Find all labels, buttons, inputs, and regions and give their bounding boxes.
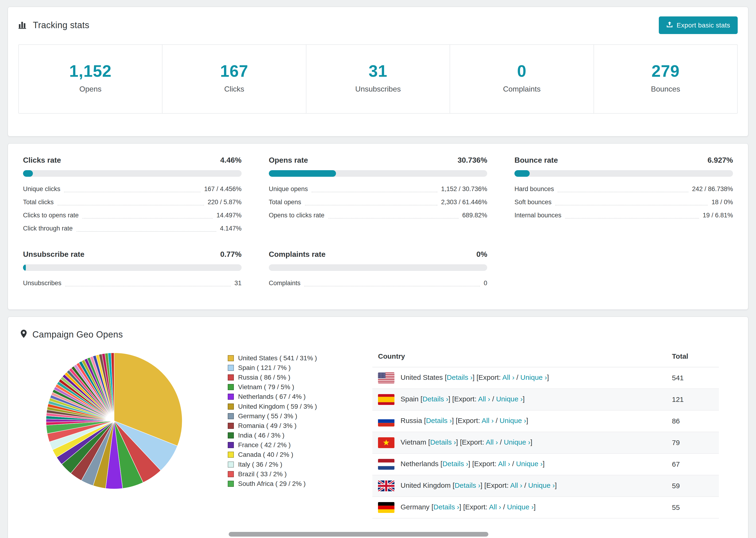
rate-block: Unsubscribe rate 0.77% Unsubscribes 31 xyxy=(23,250,242,290)
rate-metric-row: Unique opens 1,152 / 30.736% xyxy=(269,183,487,195)
bracket-close: ] xyxy=(547,373,549,381)
legend-item: India ( 46 / 3% ) xyxy=(228,431,372,440)
details-link[interactable]: Details › xyxy=(422,395,448,403)
legend-swatch xyxy=(228,374,234,381)
geo-legend: United States ( 541 / 31% ) Spain ( 121 … xyxy=(209,346,372,518)
export-prefix: ] [Export: xyxy=(448,395,478,403)
country-name: Vietnam xyxy=(401,438,428,446)
dotted-leader xyxy=(58,205,204,205)
export-all-link[interactable]: All › xyxy=(503,373,514,381)
geo-title: Campaign Geo Opens xyxy=(32,330,123,340)
dotted-leader xyxy=(65,286,231,286)
rate-value: 0% xyxy=(476,250,487,259)
export-all-link[interactable]: All › xyxy=(510,481,522,489)
rate-progress-fill xyxy=(514,170,529,177)
geo-table-row: United Kingdom [Details ›] [Export: All … xyxy=(372,475,719,497)
legend-swatch xyxy=(228,413,234,419)
export-all-link[interactable]: All › xyxy=(478,395,490,403)
legend-item: Netherlands ( 67 / 4% ) xyxy=(228,392,372,402)
slash-separator: / xyxy=(490,395,496,403)
export-unique-link[interactable]: Unique › xyxy=(516,460,543,467)
export-unique-link[interactable]: Unique › xyxy=(520,373,547,381)
rate-metric-value: 220 / 5.87% xyxy=(208,198,242,206)
legend-swatch xyxy=(228,394,234,400)
rate-metric-value: 167 / 4.456% xyxy=(204,186,242,193)
legend-swatch xyxy=(228,423,234,429)
rate-head: Opens rate 30.736% xyxy=(269,156,487,165)
rate-value: 6.927% xyxy=(707,156,733,165)
legend-item: Brazil ( 33 / 2% ) xyxy=(228,469,372,479)
rate-metric-value: 689.82% xyxy=(462,212,487,219)
country-flag-icon xyxy=(378,459,395,470)
rate-metric-label: Total opens xyxy=(269,198,301,206)
rate-metric-value: 31 xyxy=(235,280,242,287)
total-cell: 59 xyxy=(666,475,719,497)
country-flag-icon xyxy=(378,394,395,405)
rate-block: Complaints rate 0% Complaints 0 xyxy=(269,250,487,290)
geo-table-row: Netherlands [Details ›] [Export: All › /… xyxy=(372,454,719,475)
export-prefix: ] [Export: xyxy=(459,503,489,511)
country-name: United States xyxy=(401,373,445,381)
rate-metric-row: Total opens 2,303 / 61.446% xyxy=(269,195,487,209)
bracket-close: ] xyxy=(530,438,532,446)
geo-table-header-row: Country Total xyxy=(372,346,719,367)
slash-separator: / xyxy=(514,373,520,381)
details-link[interactable]: Details › xyxy=(426,417,452,424)
rate-block: Clicks rate 4.46% Unique clicks 167 / 4.… xyxy=(23,156,242,235)
details-link[interactable]: Details › xyxy=(455,481,480,489)
export-unique-link[interactable]: Unique › xyxy=(528,481,555,489)
legend-label: Germany ( 55 / 3% ) xyxy=(238,412,297,420)
export-basic-stats-button[interactable]: Export basic stats xyxy=(659,17,738,34)
details-link[interactable]: Details › xyxy=(430,438,456,446)
details-link[interactable]: Details › xyxy=(447,373,473,381)
country-name: Netherlands xyxy=(401,460,441,467)
bracket-close: ] xyxy=(534,503,536,511)
rate-title: Clicks rate xyxy=(23,156,61,165)
slash-separator: / xyxy=(501,503,507,511)
rate-head: Unsubscribe rate 0.77% xyxy=(23,250,242,259)
rate-value: 4.46% xyxy=(220,156,242,165)
rate-progress-bar xyxy=(269,170,487,177)
rate-value: 30.736% xyxy=(458,156,487,165)
export-prefix: ] [Export: xyxy=(456,438,486,446)
stat-box: 31 Unsubscribes xyxy=(306,45,450,113)
details-link[interactable]: Details › xyxy=(442,460,468,467)
export-all-link[interactable]: All › xyxy=(498,460,510,467)
rate-metric-value: 18 / 0% xyxy=(711,198,733,206)
legend-label: India ( 46 / 3% ) xyxy=(238,432,285,439)
export-all-link[interactable]: All › xyxy=(482,417,494,424)
export-unique-link[interactable]: Unique › xyxy=(500,417,526,424)
slash-separator: / xyxy=(498,438,504,446)
total-cell: 55 xyxy=(666,497,719,518)
export-unique-link[interactable]: Unique › xyxy=(504,438,530,446)
horizontal-scrollbar-thumb[interactable] xyxy=(229,532,488,537)
rate-head: Clicks rate 4.46% xyxy=(23,156,242,165)
legend-item: South Africa ( 29 / 2% ) xyxy=(228,479,372,488)
rate-metric-row: Clicks to opens rate 14.497% xyxy=(23,209,242,222)
rate-metric-value: 0 xyxy=(484,280,487,287)
dotted-leader xyxy=(565,218,699,219)
slash-separator: / xyxy=(494,417,500,424)
rate-rows: Complaints 0 xyxy=(269,277,487,290)
bracket-close: ] xyxy=(543,460,544,467)
rates-card: Clicks rate 4.46% Unique clicks 167 / 4.… xyxy=(8,143,748,310)
dotted-leader xyxy=(82,218,213,219)
export-unique-link[interactable]: Unique › xyxy=(507,503,534,511)
stat-value: 167 xyxy=(162,62,306,81)
geo-table-body: United States [Details ›] [Export: All ›… xyxy=(372,367,719,518)
details-link[interactable]: Details › xyxy=(433,503,459,511)
rate-metric-row: Hard bounces 242 / 86.738% xyxy=(514,183,733,195)
map-pin-icon xyxy=(20,329,27,340)
geo-pie-chart xyxy=(45,352,183,489)
stat-value: 0 xyxy=(450,62,593,81)
export-all-link[interactable]: All › xyxy=(486,438,498,446)
geo-table-row: Germany [Details ›] [Export: All › / Uni… xyxy=(372,497,719,518)
rate-title: Bounce rate xyxy=(514,156,558,165)
country-flag-icon xyxy=(378,480,395,491)
geo-header: Campaign Geo Opens xyxy=(8,329,748,340)
country-name: Germany xyxy=(401,503,432,511)
rate-block: Bounce rate 6.927% Hard bounces 242 / 86… xyxy=(514,156,733,235)
export-all-link[interactable]: All › xyxy=(489,503,501,511)
rate-metric-row: Opens to clicks rate 689.82% xyxy=(269,209,487,222)
export-unique-link[interactable]: Unique › xyxy=(496,395,523,403)
